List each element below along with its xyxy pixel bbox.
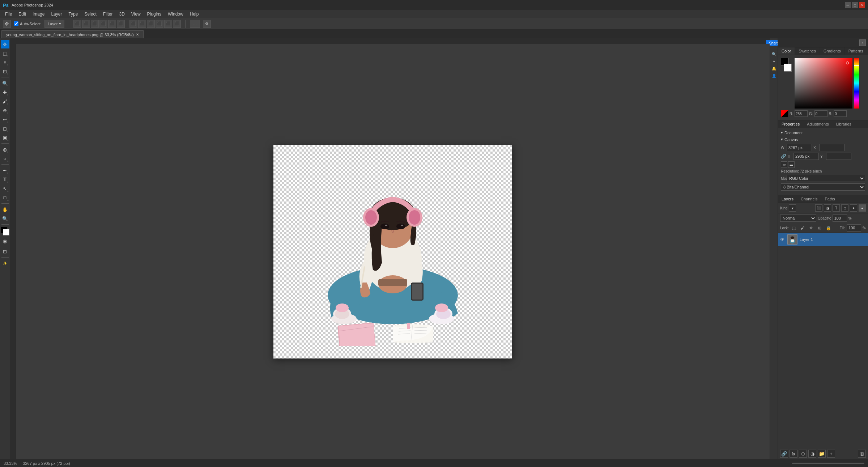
menu-help[interactable]: Help (187, 11, 202, 17)
x-position-input[interactable] (819, 144, 844, 151)
history-brush-tool[interactable]: ↩▸ (1, 115, 9, 124)
distribute-left-btn[interactable]: ⬛ (129, 20, 137, 28)
dodge-tool[interactable]: ○▸ (1, 154, 9, 163)
move-tool[interactable]: ✥ (1, 40, 9, 48)
brush-tool[interactable]: 🖌▸ (1, 97, 9, 106)
lock-artboard-btn[interactable]: ⊞ (816, 224, 824, 232)
tab-close-btn[interactable]: ✕ (136, 33, 139, 37)
table-row[interactable]: 👁 Layer 1 (778, 233, 868, 246)
align-left-btn[interactable]: ⬛ (73, 20, 81, 28)
lock-position-btn[interactable]: ✥ (808, 224, 815, 232)
lock-transparent-btn[interactable]: ⬚ (790, 224, 797, 232)
hand-tool[interactable]: ✋ (1, 205, 9, 214)
canvas-height-input[interactable] (793, 153, 819, 160)
content-aware-btn[interactable]: ✨ (1, 259, 9, 268)
color-preview-swatch[interactable] (781, 110, 788, 117)
more-options-btn[interactable]: ... (190, 20, 200, 28)
document-tab[interactable]: young_woman_sitting_on_floor_in_headphon… (1, 30, 144, 38)
account-icon[interactable]: 👤 (771, 72, 777, 79)
notifications-icon[interactable]: 🔔 (771, 65, 777, 72)
quick-mask-btn[interactable]: ◉ (1, 237, 9, 245)
color-mode-select[interactable]: RGB Color CMYK Color Grayscale (787, 175, 865, 182)
distribute-right-btn[interactable]: ⬛ (147, 20, 155, 28)
red-input[interactable] (795, 110, 808, 117)
maximize-button[interactable]: □ (852, 2, 858, 8)
distribute-center-h-btn[interactable]: ⬛ (138, 20, 146, 28)
new-layer-btn[interactable]: + (827, 450, 835, 458)
menu-layer[interactable]: Layer (48, 11, 65, 17)
document-label[interactable]: ▾ Document (781, 130, 865, 135)
delete-layer-btn[interactable]: 🗑 (858, 450, 866, 458)
clone-tool[interactable]: ⊕▸ (1, 106, 9, 115)
pen-tool[interactable]: ✒▸ (1, 166, 9, 175)
menu-image[interactable]: Image (30, 11, 47, 17)
add-mask-btn[interactable]: ⊙ (799, 450, 807, 458)
landscape-btn[interactable]: ▬ (788, 161, 795, 168)
green-input[interactable] (814, 110, 827, 117)
close-button[interactable]: ✕ (859, 2, 865, 8)
align-center-h-btn[interactable]: ⬛ (82, 20, 90, 28)
selection-tool[interactable]: ⬚▸ (1, 49, 9, 58)
menu-file[interactable]: File (2, 11, 15, 17)
align-center-v-btn[interactable]: ⬛ (108, 20, 116, 28)
y-position-input[interactable] (826, 153, 851, 160)
menu-view[interactable]: View (128, 11, 144, 17)
align-bottom-btn[interactable]: ⬛ (117, 20, 125, 28)
blue-input[interactable] (834, 110, 847, 117)
menu-select[interactable]: Select (81, 11, 99, 17)
healing-tool[interactable]: ✚▸ (1, 88, 9, 97)
tab-layers[interactable]: Layers (778, 195, 797, 203)
bits-select[interactable]: 8 Bits/Channel 16 Bits/Channel 32 Bits/C… (781, 183, 865, 191)
portrait-btn[interactable]: ▭ (781, 161, 787, 168)
new-fill-btn[interactable]: ◑ (808, 450, 816, 458)
gradient-tool[interactable]: ▣▸ (1, 133, 9, 142)
discover-icon[interactable]: ✦ (771, 58, 777, 64)
filter-kind-dropdown[interactable]: ▾ (789, 204, 796, 212)
shape-tool[interactable]: □▸ (1, 193, 9, 202)
lasso-tool[interactable]: ⌗▸ (1, 58, 9, 67)
tab-swatches[interactable]: Swatches (795, 47, 820, 55)
align-right-btn[interactable]: ⬛ (91, 20, 99, 28)
eraser-tool[interactable]: ◻▸ (1, 124, 9, 133)
distribute-center-v-btn[interactable]: ⬛ (164, 20, 172, 28)
menu-window[interactable]: Window (165, 11, 186, 17)
menu-type[interactable]: Type (65, 11, 81, 17)
zoom-tool[interactable]: 🔍 (1, 214, 9, 223)
filter-type-btn[interactable]: T (833, 204, 840, 212)
opacity-input[interactable] (833, 215, 847, 222)
align-top-btn[interactable]: ⬛ (99, 20, 107, 28)
filter-smart-btn[interactable]: ✦ (850, 204, 857, 212)
tab-paths[interactable]: Paths (821, 195, 839, 203)
layer-dropdown[interactable]: Layer ▾ (44, 20, 65, 28)
add-style-btn[interactable]: fx (790, 450, 797, 458)
menu-filter[interactable]: Filter (100, 11, 116, 17)
menu-3d[interactable]: 3D (116, 11, 127, 17)
fill-input[interactable] (847, 224, 861, 232)
collapse-panel-btn[interactable]: « (859, 39, 866, 46)
lock-brush-btn[interactable]: 🖌 (799, 224, 806, 232)
tab-color[interactable]: Color (778, 47, 795, 55)
path-selection-tool[interactable]: ↖▸ (1, 184, 9, 193)
crop-tool[interactable]: ⊡▸ (1, 67, 9, 76)
text-tool[interactable]: T▸ (1, 175, 9, 184)
auto-select-checkbox[interactable] (14, 21, 18, 26)
blur-tool[interactable]: ◍▸ (1, 145, 9, 154)
tab-patterns[interactable]: Patterns (845, 47, 867, 55)
blend-mode-select[interactable]: Normal Multiply Screen Overlay (780, 215, 816, 222)
lock-aspect-icon[interactable]: 🔗 (781, 154, 786, 159)
search-icon-top[interactable]: 🔍 (771, 51, 777, 57)
canvas-label[interactable]: ▾ Canvas (781, 137, 865, 142)
screen-mode-btn[interactable]: ⊡ (1, 247, 9, 256)
minimize-button[interactable]: ─ (845, 2, 851, 8)
title-bar-controls[interactable]: ─ □ ✕ (845, 2, 865, 8)
tab-properties[interactable]: Properties (778, 120, 803, 128)
lock-all-btn[interactable]: 🔒 (825, 224, 832, 232)
move-tool-icon[interactable]: ✥ (3, 20, 11, 28)
distribute-top-btn[interactable]: ⬛ (156, 20, 163, 28)
foreground-color[interactable] (1, 227, 9, 235)
settings-icon[interactable]: ⚙ (203, 20, 211, 28)
link-layers-btn[interactable]: 🔗 (780, 450, 788, 458)
eyedropper-tool[interactable]: 🔍 (1, 79, 9, 88)
menu-plugins[interactable]: Plugins (144, 11, 164, 17)
tab-libraries[interactable]: Libraries (833, 120, 855, 128)
